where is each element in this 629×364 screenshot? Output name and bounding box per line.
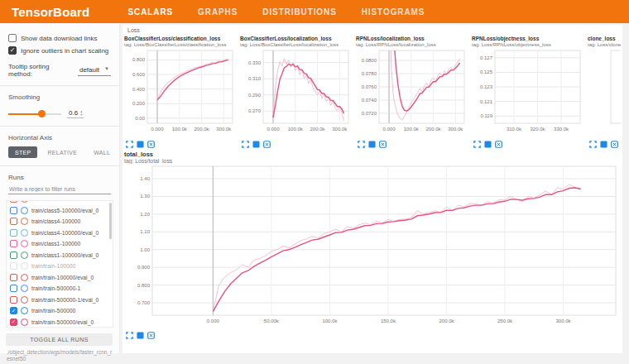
chart-card-classification_loss: BoxClassifierLoss/classification_losstag… xyxy=(124,36,238,148)
nav-tabs: SCALARSGRAPHSDISTRIBUTIONSHISTOGRAMS xyxy=(127,7,425,17)
stepper-icon[interactable]: ▴▾ xyxy=(80,110,82,116)
svg-text:0.00: 0.00 xyxy=(135,116,145,121)
svg-text:100.0k: 100.0k xyxy=(404,127,420,132)
svg-text:200.0k: 200.0k xyxy=(426,127,442,132)
run-checkbox[interactable] xyxy=(10,251,17,259)
tab-histograms[interactable]: HISTOGRAMS xyxy=(362,7,425,17)
run-name: train/train-100000/eval_0 xyxy=(31,275,94,280)
run-color-swatch xyxy=(21,274,28,281)
chart-plot-rpn_localization_loss[interactable]: 0.07200.07400.07600.07800.08000.000100.0… xyxy=(356,48,469,136)
axis-relative-button[interactable]: RELATIVE xyxy=(41,146,84,158)
run-color-swatch xyxy=(21,251,28,259)
tab-distributions[interactable]: DISTRIBUTIONS xyxy=(262,7,336,17)
chart-title: total_loss xyxy=(124,151,621,158)
run-name: train/class1-100000 xyxy=(31,241,80,247)
svg-text:330.0k: 330.0k xyxy=(554,127,569,132)
run-name: train/train-100000 xyxy=(31,263,75,269)
run-checkbox[interactable] xyxy=(10,274,17,281)
fullscreen-icon[interactable] xyxy=(473,141,481,148)
smoothing-slider-thumb[interactable] xyxy=(38,110,46,117)
axis-step-button[interactable]: STEP xyxy=(8,146,37,158)
run-row[interactable]: train/train-100000 xyxy=(7,261,113,272)
expand-chart-icon[interactable] xyxy=(484,141,492,148)
tooltip-sort-select[interactable]: default ▼ xyxy=(78,65,111,76)
run-checkbox[interactable] xyxy=(10,262,17,270)
run-checkbox[interactable] xyxy=(10,229,17,237)
expand-chart-icon[interactable] xyxy=(600,141,607,148)
tooltip-sort-value: default xyxy=(79,66,99,74)
fullscreen-icon[interactable] xyxy=(358,141,365,148)
run-color-swatch xyxy=(21,307,28,314)
run-row[interactable]: train/train-500000-1/eval_0 xyxy=(7,295,113,306)
run-checkbox[interactable] xyxy=(10,285,17,292)
expand-chart-icon[interactable] xyxy=(252,141,260,148)
fullscreen-icon[interactable] xyxy=(242,141,249,148)
svg-text:100.0k: 100.0k xyxy=(172,127,188,132)
fullscreen-icon[interactable] xyxy=(589,141,597,148)
run-checkbox[interactable] xyxy=(10,240,17,247)
fit-domain-icon[interactable] xyxy=(147,332,155,339)
fullscreen-icon[interactable] xyxy=(126,141,133,148)
run-checkbox[interactable] xyxy=(10,200,17,203)
category-header[interactable]: Loss xyxy=(122,25,622,34)
run-row[interactable]: train/class5-100000/eval_0 xyxy=(7,205,113,217)
svg-text:1.00: 1.00 xyxy=(140,247,150,252)
small-charts-row: BoxClassifierLoss/classification_losstag… xyxy=(122,34,621,148)
tab-graphs[interactable]: GRAPHS xyxy=(198,7,238,17)
run-row[interactable]: train/train-100000/eval_0 xyxy=(7,272,113,284)
fullscreen-icon[interactable] xyxy=(126,332,133,339)
show-download-links-checkbox[interactable] xyxy=(8,34,17,42)
tab-scalars[interactable]: SCALARS xyxy=(127,7,173,17)
svg-text:0.000: 0.000 xyxy=(151,127,165,132)
run-checkbox[interactable] xyxy=(10,296,17,304)
axis-wall-button[interactable]: WALL xyxy=(87,146,117,158)
run-checkbox[interactable]: ✓ xyxy=(10,307,17,314)
run-row[interactable]: train/class4-100000/eval_0 xyxy=(7,228,113,239)
svg-text:0.600: 0.600 xyxy=(132,72,146,77)
fit-domain-icon[interactable] xyxy=(263,141,271,148)
run-row[interactable]: ✓train/train-500000/eval_0 xyxy=(7,317,113,328)
chart-tag: tag: Loss/BoxClassifierLoss/classificati… xyxy=(124,42,238,48)
svg-text:0.800: 0.800 xyxy=(137,283,151,288)
ignore-outliers-label: Ignore outliers in chart scaling xyxy=(21,47,108,55)
toggle-all-runs-button[interactable]: TOGGLE ALL RUNS xyxy=(6,333,113,346)
ignore-outliers-checkbox[interactable] xyxy=(8,46,17,55)
run-name: train/train-500000 xyxy=(31,308,75,314)
smoothing-slider-track[interactable] xyxy=(8,113,61,115)
fit-domain-icon[interactable] xyxy=(379,141,387,148)
run-color-swatch xyxy=(21,200,28,203)
chart-plot-total_loss[interactable]: 0.7000.8000.9001.001.101.201.301.400.000… xyxy=(124,164,621,327)
run-row[interactable]: train/class1-100000/eval_0 xyxy=(7,250,113,261)
run-row[interactable]: train/train-500000-1 xyxy=(7,283,113,295)
chart-plot-classification_loss[interactable]: 0.000.2000.4000.6000.8000.000100.0k200.0… xyxy=(124,48,238,136)
fit-domain-icon[interactable] xyxy=(611,141,618,148)
chart-plot-clone_loss[interactable] xyxy=(588,48,621,136)
smoothing-label: Smoothing xyxy=(8,93,111,101)
expand-chart-icon[interactable] xyxy=(137,141,144,148)
svg-text:0.0720: 0.0720 xyxy=(362,111,377,116)
run-checkbox[interactable] xyxy=(10,218,17,225)
svg-text:100.0k: 100.0k xyxy=(322,318,338,323)
logdir-path: ./object_detection/wgs/models/faster_rcn… xyxy=(7,349,113,362)
run-row[interactable]: train/class4-100000 xyxy=(7,216,113,228)
smoothing-value-input[interactable]: 0.6 ▴▾ xyxy=(67,109,84,118)
run-row[interactable]: train/class1-100000 xyxy=(7,238,113,250)
fit-domain-icon[interactable] xyxy=(495,141,502,148)
svg-text:150.0k: 150.0k xyxy=(381,318,396,323)
expand-chart-icon[interactable] xyxy=(368,141,376,148)
chart-title: RPNLoss/localization_loss xyxy=(356,36,469,42)
run-name: train/train-500000-1 xyxy=(31,285,80,291)
run-list-scrollbar[interactable] xyxy=(109,203,112,239)
svg-text:0.290: 0.290 xyxy=(248,93,262,98)
run-checkbox[interactable]: ✓ xyxy=(10,318,17,326)
runs-filter-input[interactable] xyxy=(8,184,111,194)
run-name: train/class1-100000/eval_0 xyxy=(31,252,98,258)
chart-plot-box_localization_loss[interactable]: 0.2700.2900.3100.3300.000100.0k200.0k300… xyxy=(240,48,353,136)
horizontal-axis-group: STEP RELATIVE WALL xyxy=(8,146,111,158)
run-row[interactable]: ✓train/train-500000 xyxy=(7,305,113,317)
chart-plot-objectness_loss[interactable]: 0.1190.1210.1230.1250.127310.0k320.0k330… xyxy=(472,48,585,136)
run-checkbox[interactable] xyxy=(10,207,17,214)
expand-chart-icon[interactable] xyxy=(137,332,144,339)
run-color-swatch xyxy=(21,207,28,214)
fit-domain-icon[interactable] xyxy=(147,141,155,148)
